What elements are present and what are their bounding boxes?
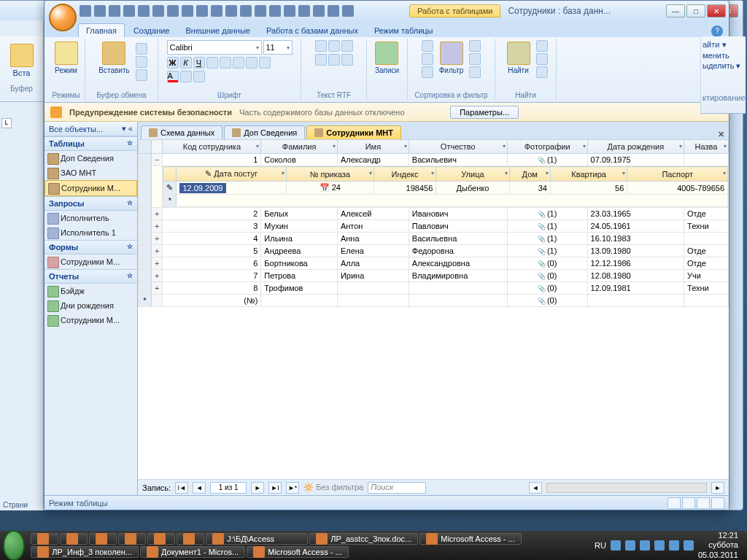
nav-item[interactable]: Сотрудники М... [44, 313, 137, 327]
view-chart-icon[interactable] [697, 497, 710, 509]
row-selector[interactable] [139, 245, 152, 257]
cut-icon[interactable] [136, 43, 147, 55]
hscrollbar[interactable] [546, 483, 707, 493]
view-design-icon[interactable] [711, 497, 724, 509]
sub-column-header[interactable]: Индекс▾ [374, 167, 436, 182]
gridlines-icon[interactable] [246, 57, 258, 69]
altrow-icon[interactable] [259, 57, 271, 69]
sub-column-header[interactable]: Квартира▾ [550, 167, 627, 182]
column-header[interactable]: Назва▾ [684, 140, 729, 154]
row-selector[interactable] [139, 154, 152, 166]
tray-icon[interactable] [669, 540, 679, 551]
align-center-icon[interactable] [220, 57, 231, 69]
nav-item[interactable]: Исполнитель [44, 211, 137, 225]
taskbar-item[interactable] [177, 533, 204, 545]
tab-schema[interactable]: Схема данных [141, 125, 222, 139]
qat-icon[interactable] [255, 5, 266, 17]
nav-item[interactable]: Исполнитель 1 [44, 225, 137, 240]
goto-icon[interactable] [536, 53, 548, 65]
help-icon[interactable]: ? [711, 26, 723, 37]
find-button[interactable]: Найти [504, 40, 533, 78]
hscroll-right[interactable]: ► [711, 482, 724, 494]
sort-desc-icon[interactable] [422, 53, 433, 65]
nav-last-button[interactable]: ►I [268, 482, 282, 494]
qat-icon[interactable] [240, 5, 252, 17]
copy-icon[interactable] [136, 56, 147, 68]
ribbon-tab-datasheet[interactable]: Режим таблицы [367, 24, 441, 37]
qat-icon[interactable] [269, 5, 281, 17]
view-datasheet-icon[interactable] [667, 497, 681, 509]
align-left-icon[interactable] [206, 57, 218, 69]
rtf-icon[interactable] [328, 40, 340, 52]
taskbar-item[interactable]: ЛР_asstcc_3пок.doc... [309, 533, 418, 545]
replace-icon[interactable] [536, 40, 548, 52]
filter-button[interactable]: Фильтр [436, 40, 467, 78]
rtf-icon[interactable] [315, 54, 327, 66]
font-color-icon[interactable]: A [167, 71, 179, 82]
fill-color-icon[interactable] [180, 71, 192, 82]
records-button[interactable]: Записи [372, 40, 402, 76]
column-header[interactable]: Код сотрудника▾ [163, 140, 261, 154]
security-options-button[interactable]: Параметры... [450, 106, 519, 119]
qat-icon[interactable] [225, 5, 237, 17]
format-painter-icon[interactable] [136, 69, 147, 81]
nav-group-header[interactable]: Запросы☆ [44, 196, 137, 211]
column-header[interactable]: Отчество▾ [409, 140, 507, 154]
row-selector[interactable] [139, 220, 152, 233]
sub-column-header[interactable]: № приказа▾ [286, 167, 374, 182]
view-button[interactable]: Режим [52, 40, 81, 76]
align-right-icon[interactable] [233, 57, 244, 69]
font-name-combo[interactable]: Calibri [167, 40, 262, 55]
nav-prev-button[interactable]: ◄ [193, 482, 206, 494]
row-selector[interactable] [139, 233, 152, 245]
datasheet[interactable]: Код сотрудника▾Фамилия▾Имя▾Отчество▾Фото… [138, 139, 729, 479]
taskbar-item[interactable]: Документ1 - Micros... [140, 546, 245, 558]
qat-icon[interactable] [342, 5, 354, 17]
sub-column-header[interactable]: Дом▾ [509, 167, 550, 182]
nav-item[interactable]: Дни рождения [44, 298, 137, 313]
expand-button[interactable]: + [152, 220, 163, 233]
view-pivot-icon[interactable] [682, 497, 695, 509]
nav-group-header[interactable]: Формы☆ [44, 240, 137, 254]
column-header[interactable]: Имя▾ [337, 140, 409, 154]
bold-icon[interactable]: Ж [167, 57, 179, 69]
expand-button[interactable]: − [152, 154, 163, 166]
sub-column-header[interactable]: Улица▾ [436, 167, 509, 182]
language-indicator[interactable]: RU [595, 541, 606, 550]
tray-icon[interactable] [611, 540, 621, 551]
nav-next-button[interactable]: ► [251, 482, 264, 494]
column-header[interactable]: Дата рождения▾ [587, 140, 684, 154]
maximize-button[interactable]: □ [686, 4, 705, 18]
row-selector[interactable] [139, 257, 152, 270]
ribbon-tab-external[interactable]: Внешние данные [179, 24, 258, 37]
rtf-icon[interactable] [328, 54, 340, 66]
rtf-icon[interactable] [341, 40, 353, 52]
taskbar-item[interactable] [89, 533, 117, 545]
qat-icon[interactable] [152, 5, 164, 17]
toggle-filter-icon[interactable] [469, 40, 481, 52]
row-selector[interactable] [139, 270, 152, 282]
bg-paste-button[interactable]: Вста [1, 39, 42, 82]
nav-item[interactable]: Бэйдж [44, 284, 137, 298]
grid-icon[interactable] [193, 71, 205, 82]
taskbar-item[interactable] [31, 533, 58, 545]
qat-icon[interactable] [298, 5, 310, 17]
taskbar-item[interactable] [118, 533, 146, 545]
italic-icon[interactable]: К [180, 57, 192, 69]
row-selector[interactable] [139, 208, 152, 220]
tray-icon[interactable] [654, 540, 665, 551]
nav-item[interactable]: ЗАО МНТ [44, 166, 137, 180]
select-icon[interactable] [536, 66, 548, 78]
record-position-input[interactable] [210, 482, 247, 494]
taskbar-item[interactable]: Microsoft Access - ... [247, 546, 349, 558]
nav-first-button[interactable]: I◄ [175, 482, 188, 494]
tab-close-button[interactable]: ✕ [713, 130, 729, 139]
taskbar-item[interactable]: Microsoft Access - ... [419, 533, 522, 545]
nav-item[interactable]: Сотрудники М... [44, 254, 137, 269]
office-button[interactable] [49, 4, 77, 31]
column-header[interactable]: Фотографии▾ [507, 140, 587, 154]
tray-icon[interactable] [625, 540, 635, 551]
taskbar-item[interactable]: J:\БД\Access [206, 533, 308, 545]
qat-redo-icon[interactable] [109, 5, 120, 17]
tray-icon[interactable] [640, 540, 650, 551]
